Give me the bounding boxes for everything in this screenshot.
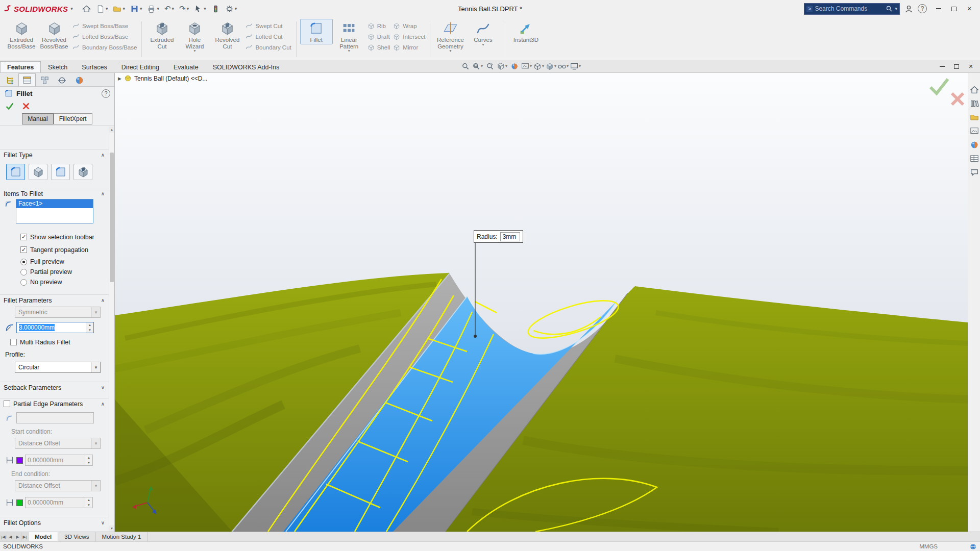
tab-surfaces[interactable]: Surfaces [75,61,114,72]
face-fillet-button[interactable] [51,164,70,180]
tab-solidworks-add-ins[interactable]: SOLIDWORKS Add-Ins [206,61,287,72]
doc-close-button[interactable]: × [967,62,975,71]
profile-select[interactable]: Circular ▾ [15,362,101,373]
full-preview-radio[interactable]: Full preview [0,257,109,267]
extruded-cut-button[interactable]: Extruded Cut [145,19,178,51]
panel-scrollbar[interactable]: ▴ ▾ [109,127,114,532]
section-view-button[interactable]: ▾ [496,61,508,71]
swept-cut-button[interactable]: Swept Cut [246,21,291,30]
partial-edge-field[interactable] [16,412,94,423]
search-caret-icon[interactable]: ▾ [895,6,897,11]
print-button[interactable]: ▾ [145,2,161,15]
revolved-boss-button[interactable]: Revolved Boss/Base [38,19,70,51]
tab-motion-study-1[interactable]: Motion Study 1 [96,532,148,541]
tab-displaymanager[interactable] [70,73,88,86]
home-button[interactable] [80,2,93,15]
rib-button[interactable]: Rib [368,21,390,30]
scrollbar-up-arrow[interactable]: ▴ [109,127,114,133]
multi-radius-fillet-checkbox[interactable]: Multi Radius Fillet [0,337,109,347]
radius-spinner[interactable]: ▴▾ [86,322,93,333]
account-icon[interactable] [904,4,914,14]
zoom-fit-button[interactable] [459,61,471,71]
globe-icon[interactable] [969,543,977,550]
close-button[interactable]: × [962,2,977,15]
feature-breadcrumb[interactable]: ▶ Tennis Ball (Default) <<D... [118,74,207,82]
tab-propertymanager[interactable] [18,73,36,86]
tangent-propagation-checkbox[interactable]: ✓ Tangent propagation [0,244,109,255]
boundary-cut-button[interactable]: Boundary Cut [246,43,291,52]
save-button[interactable]: ▾ [128,2,144,15]
start-offset-spinner[interactable]: ▴▾ [85,455,92,465]
tab-model[interactable]: Model [29,532,58,541]
graphics-area[interactable]: ▶ Tennis Ball (Default) <<D... Radius: 3… [115,73,968,532]
scrollbar-thumb[interactable] [110,153,114,282]
lofted-boss-button[interactable]: Lofted Boss/Base [72,32,137,41]
draft-button[interactable]: Draft [368,32,390,41]
start-condition-select[interactable]: Distance Offset ▾ [15,438,101,449]
radius-callout[interactable]: Radius: 3mm [474,230,523,243]
shell-button[interactable]: Shell [368,43,390,52]
maximize-button[interactable] [946,2,962,15]
tab-dimxpertmanager[interactable] [53,73,70,86]
partial-preview-radio[interactable]: Partial preview [0,267,109,277]
tab-featuremanager-tree[interactable] [1,73,18,86]
fillet-type-section-header[interactable]: Fillet Type ∧ [0,149,109,160]
items-to-fillet-section-header[interactable]: Items To Fillet ∧ [0,188,109,199]
tab-features[interactable]: Features [0,61,41,72]
tab-sketch[interactable]: Sketch [41,61,75,72]
model-scene[interactable] [115,73,968,532]
next-tab-button[interactable]: ▶ [14,532,21,541]
setback-parameters-section-header[interactable]: Setback Parameters ∨ [0,382,109,393]
search-input[interactable] [815,5,884,12]
last-tab-button[interactable]: ▶| [21,532,29,541]
open-file-button[interactable]: ▾ [111,2,127,15]
doc-restore-button[interactable] [952,62,961,71]
search-box[interactable]: > ▾ [804,3,900,15]
end-offset-spinner[interactable]: ▴▾ [85,497,92,508]
appearances-scenes-icon[interactable] [970,140,979,149]
ok-button[interactable] [5,102,14,111]
fillet-options-section-header[interactable]: Fillet Options ∨ [0,517,109,528]
hide-show-items-button[interactable]: ▾ [557,61,569,71]
first-tab-button[interactable]: |◀ [0,532,7,541]
minimize-button[interactable] [931,2,946,15]
units-indicator[interactable]: MMGS [919,543,938,549]
revolved-cut-button[interactable]: Revolved Cut [211,19,243,51]
scrollbar-down-arrow[interactable]: ▾ [109,525,114,532]
previous-view-button[interactable] [484,61,496,71]
rebuild-button[interactable] [209,2,222,15]
select-button[interactable]: ▾ [192,2,208,15]
custom-properties-icon[interactable] [970,154,979,163]
doc-minimize-button[interactable] [938,62,946,71]
manual-mode-button[interactable]: Manual [22,113,53,124]
solidworks-resources-icon[interactable] [970,85,979,94]
forum-icon[interactable] [970,168,979,177]
mirror-button[interactable]: Mirror [393,43,425,52]
tab-evaluate[interactable]: Evaluate [166,61,206,72]
linear-pattern-button[interactable]: Linear Pattern▾ [333,19,365,54]
view-orientation-button[interactable]: ▾ [533,61,545,71]
scrollbar-track[interactable] [109,133,114,525]
curves-button[interactable]: Curves▾ [467,19,499,47]
breadcrumb-expand-icon[interactable]: ▶ [118,76,121,81]
zoom-to-area-button[interactable]: ▾ [472,61,483,71]
intersect-button[interactable]: Intersect [393,32,425,41]
help-icon[interactable]: ? [918,4,927,13]
symmetric-select[interactable]: Symmetric ▾ [15,307,101,318]
file-explorer-icon[interactable] [970,113,979,122]
view-settings-button[interactable]: ▾ [570,61,581,71]
selection-listbox[interactable]: Face<1> [16,199,93,223]
variable-size-fillet-button[interactable] [29,164,47,180]
fillet-button[interactable]: Fillet [300,19,333,44]
reference-geometry-button[interactable]: Reference Geometry▾ [434,19,467,54]
solidworks-menu[interactable]: SOLIDWORKS ▾ [3,4,73,13]
view-palette-icon[interactable] [970,127,979,136]
swept-boss-button[interactable]: Swept Boss/Base [72,21,137,30]
start-offset-input[interactable]: 0.000000mm ▴▾ [25,455,93,466]
new-file-button[interactable]: ▾ [94,2,110,15]
tab-configurationmanager[interactable] [36,73,53,86]
selected-face-item[interactable]: Face<1> [16,199,93,208]
fillet-parameters-section-header[interactable]: Fillet Parameters ∧ [0,294,109,306]
lofted-cut-button[interactable]: Lofted Cut [246,32,291,41]
undo-button[interactable]: ↶▾ [162,2,176,15]
